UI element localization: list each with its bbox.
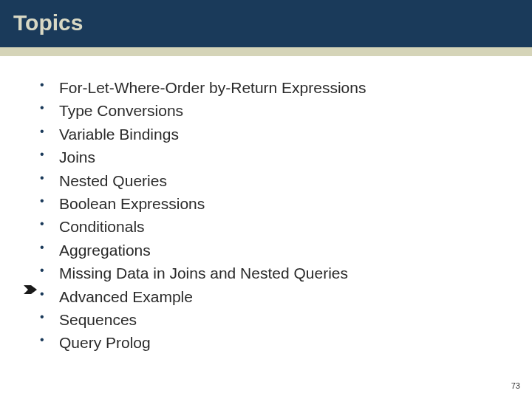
topic-text: Advanced Example [59, 286, 193, 307]
topic-text: Aggregations [59, 239, 151, 261]
current-topic-marker-icon [24, 285, 37, 294]
topic-text: Joins [59, 146, 95, 168]
bullet-icon: • [38, 193, 59, 209]
topic-text: Variable Bindings [59, 123, 179, 145]
header-stripe [0, 47, 532, 56]
list-item: • Query Prolog [38, 332, 494, 353]
topic-text: Missing Data in Joins and Nested Queries [59, 262, 348, 284]
list-item: • Sequences [38, 309, 494, 330]
list-item: • Boolean Expressions [38, 193, 494, 214]
list-item: • Type Conversions [38, 100, 494, 121]
bullet-icon: • [38, 146, 59, 163]
list-item: • Joins [38, 146, 494, 168]
bullet-icon: • [38, 286, 59, 302]
topic-text: Conditionals [59, 216, 145, 237]
bullet-icon: • [38, 100, 59, 116]
topic-text: Boolean Expressions [59, 193, 205, 214]
page-number: 73 [511, 381, 520, 390]
slide-header: Topics [0, 0, 532, 47]
topic-text: Nested Queries [59, 170, 167, 191]
topic-text: Type Conversions [59, 100, 183, 121]
list-item: • Missing Data in Joins and Nested Queri… [38, 262, 494, 284]
bullet-icon: • [38, 123, 59, 140]
list-item: • For-Let-Where-Order by-Return Expressi… [38, 77, 494, 98]
bullet-icon: • [38, 170, 59, 186]
list-item: • Aggregations [38, 239, 494, 261]
bullet-icon: • [38, 309, 59, 325]
bullet-icon: • [38, 239, 59, 256]
slide-content: • For-Let-Where-Order by-Return Expressi… [0, 56, 532, 354]
slide-title: Topics [13, 10, 519, 35]
bullet-icon: • [38, 332, 59, 348]
list-item: • Conditionals [38, 216, 494, 237]
topic-list: • For-Let-Where-Order by-Return Expressi… [38, 77, 494, 354]
svg-marker-0 [24, 285, 37, 294]
bullet-icon: • [38, 262, 59, 279]
topic-text: Sequences [59, 309, 137, 330]
list-item: • Variable Bindings [38, 123, 494, 145]
bullet-icon: • [38, 77, 59, 93]
list-item: • Nested Queries [38, 170, 494, 191]
list-item: • Advanced Example [38, 286, 494, 307]
topic-text: For-Let-Where-Order by-Return Expression… [59, 77, 366, 98]
topic-text: Query Prolog [59, 332, 151, 353]
bullet-icon: • [38, 216, 59, 232]
